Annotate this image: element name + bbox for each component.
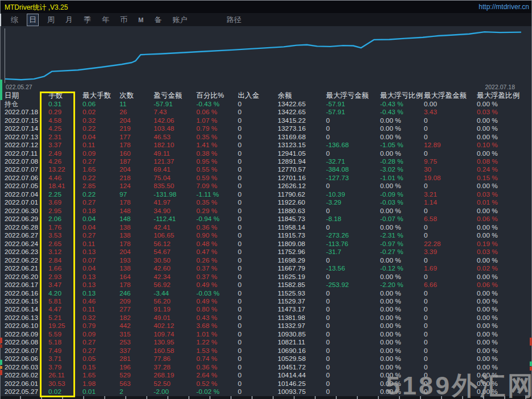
table-cell: 2022.06.07 [0,347,44,355]
table-cell: 5.59 [44,331,78,338]
table-row[interactable]: 2022.07.144.250.22219103.480.79 %013273.… [0,124,532,132]
table-row[interactable]: 2022.07.123.370.11178182.101.41 %013123.… [0,141,532,149]
table-cell: 0.37 % [192,273,233,281]
column-header-6: 百分比% [192,92,233,99]
table-cell: 1.76 [44,224,78,231]
table-row[interactable]: 持仓0.310.0611-57.91-0.43 %013422.65-57.91… [0,100,532,108]
table-row[interactable]: 2022.07.0518.412.85124835.507.09 %012626… [0,182,532,190]
table-row[interactable]: 2022.06.233.120.1320454.670.47 %011752.9… [0,248,532,256]
menu-item-11[interactable]: 路径 [225,14,243,26]
table-cell: 2022.07.06 [0,174,44,182]
menu-item-10[interactable]: 账户 [171,14,189,26]
table-row[interactable]: 2022.06.242.650.1117856.120.48 %011809.0… [0,240,532,248]
table-cell: 12941.05 [273,150,321,157]
table-cell: 1.65 [78,372,115,379]
table-cell: 0 [233,134,273,141]
table-row[interactable]: 2022.06.173.470.1317856.920.49 %011582.8… [0,281,532,289]
table-cell: 177 [115,134,149,141]
table-row[interactable]: 2022.07.132.310.0417746.530.35 %013169.6… [0,133,532,141]
menu-item-1[interactable]: 综 [9,14,20,26]
table-row[interactable]: 2022.07.042.250.2297-131.98-1.11 %011790… [0,190,532,198]
table-cell: -57.91 [321,101,376,108]
table-row[interactable]: 2022.06.155.810.4620956.200.49 %011529.3… [0,297,532,305]
table-cell: 0.48 % [192,240,233,248]
table-row[interactable]: 2022.06.273.530.27138106.650.90 %011915.… [0,232,532,240]
table-cell: 0.00 % [376,150,419,157]
table-row[interactable]: 2022.07.112.490.0916049.110.38 %012941.0… [0,149,532,157]
table-cell: 2 [115,388,149,396]
table-cell: 3.71 [44,355,78,363]
table-cell: 0.79 [78,322,115,330]
table-row[interactable]: 2022.06.292.060.04148-112.41-0.94 %01184… [0,215,532,223]
table-row[interactable]: 2022.06.1019.250.79442402.123.68 %011332… [0,322,532,330]
app-link[interactable]: http://mtdriver.cn [479,3,529,11]
table-cell: 4.25 [44,125,78,132]
table-cell: 10529.58 [273,355,321,363]
table-cell: 1.69 [419,265,472,272]
table-cell: 5.81 [44,298,78,305]
table-cell: 0.01 % [472,199,532,206]
table-row[interactable]: 2022.06.222.840.0719330.500.26 %011698.2… [0,256,532,264]
table-cell: 0 [419,182,472,190]
menu-item-7[interactable]: 币 [118,14,129,26]
table-cell: 0 [233,240,273,248]
table-cell: -3.29 [321,199,376,206]
table-cell: 26 [115,109,149,116]
table-cell: 0.00 % [376,347,419,355]
table-cell: 0.55 % [192,166,233,173]
watermark: 5189外汇网 [386,369,532,399]
table-row[interactable]: 2022.07.064.460.2221875.040.59 %012701.1… [0,174,532,182]
table-row[interactable]: 2022.07.0713.221.6520469.410.55 %012770.… [0,166,532,174]
table-cell: 0.37 % [192,265,233,272]
table-cell: 2022.06.30 [0,207,44,215]
table-row[interactable]: 2022.06.135.210.3218249.010.43 %011381.9… [0,314,532,322]
table-cell: 130.95 [149,339,192,346]
table-cell: 0 [233,125,273,132]
table-row[interactable]: 2022.06.302.950.1814834.900.29 %011880.6… [0,207,532,215]
table-cell: 11880.63 [273,207,321,215]
table-row[interactable]: 2022.06.085.180.27253130.951.22 %010821.… [0,339,532,347]
table-cell: 0.29 [44,109,78,116]
table-row[interactable]: 2022.07.013.690.2717841.970.35 %011922.6… [0,199,532,207]
menu-item-2[interactable]: 日 [27,14,38,26]
menu-item-3[interactable]: 周 [46,14,56,26]
table-row[interactable]: 2022.06.063.710.0528177.860.74 %010529.5… [0,355,532,363]
table-cell: 1.14 [419,199,472,206]
table-cell: 0.49 % [192,298,233,305]
table-cell: 11752.96 [273,248,321,256]
table-cell: 0.26 % [192,257,233,264]
table-cell: 54.67 [149,248,192,256]
table-row[interactable]: 2022.06.281.760.0413842.410.36 %011958.1… [0,223,532,231]
table-cell: 1.22 % [192,339,233,346]
table-cell: 37.28 [149,364,192,371]
table-cell: 164 [115,273,149,281]
table-row[interactable]: 2022.07.154.580.32204142.061.07 %013415.… [0,117,532,124]
table-cell: 0.00 % [472,257,532,264]
menu-item-4[interactable]: 月 [64,14,75,26]
table-cell: 0.27 [78,199,115,206]
table-cell: 0 [233,158,273,165]
table-cell: 41.97 [149,199,192,206]
table-cell: -0.97 % [376,240,419,248]
table-cell: 56.12 [149,240,192,248]
edge-mark [0,338,2,343]
table-row[interactable]: 2022.07.084.260.27187121.370.95 %012891.… [0,157,532,165]
table-row[interactable]: 2022.06.164.200.13246-3.44-0.03 %011525.… [0,289,532,297]
table-row[interactable]: 2022.06.095.590.09315109.741.01 %010930.… [0,330,532,338]
menu-item-5[interactable]: 季 [82,14,93,26]
menu-item-9[interactable]: 备 [152,14,163,26]
table-row[interactable]: 2022.06.077.490.27337160.581.53 %010690.… [0,347,532,355]
menu-item-6[interactable]: 年 [100,14,111,26]
table-cell: 0 [233,306,273,313]
table-row[interactable]: 2022.06.202.930.1316442.340.37 %011625.1… [0,273,532,281]
table-cell: 204 [115,248,149,256]
chart-end-date-label: 2022.07.18 [485,84,515,90]
menu-item-8[interactable]: M [137,16,145,24]
table-row[interactable]: 2022.06.144.470.1127791.190.80 %011473.1… [0,306,532,314]
table-row[interactable]: 2022.06.211.660.0413842.600.37 %011667.7… [0,264,532,272]
table-cell: 2022.06.16 [0,290,44,297]
table-row[interactable]: 2022.07.180.290.02267.430.06 %013422.65-… [0,108,532,116]
table-cell: 204 [115,117,149,124]
table-cell: 1.66 [44,265,78,272]
table-cell: 0 [321,207,376,215]
